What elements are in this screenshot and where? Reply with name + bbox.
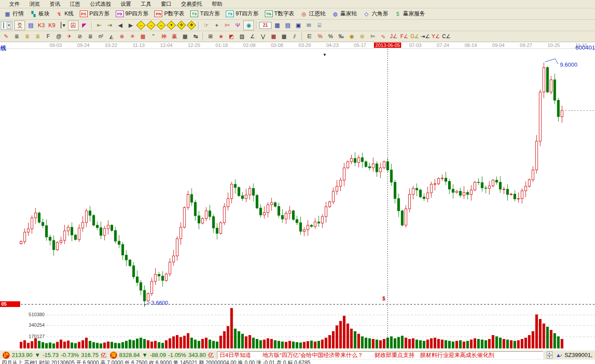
feature-gann-wheel[interactable]: ◎江恩轮 <box>300 10 326 18</box>
slashes-tool-icon[interactable]: ⫽ <box>290 32 299 41</box>
shade-tool-icon[interactable]: ▨ <box>237 32 247 41</box>
shen-tool-icon[interactable]: 神 <box>159 32 169 41</box>
pattern-red-icon[interactable]: 囚 <box>68 21 78 30</box>
feature-t-square[interactable]: TST四方形 <box>190 10 220 18</box>
target-tool-icon[interactable]: ⊕ <box>117 32 127 41</box>
rocket-tool-icon[interactable]: ✈ <box>64 32 74 41</box>
calculator-icon[interactable]: ▦ <box>272 21 282 30</box>
next-page-icon[interactable]: ▶ <box>126 21 135 30</box>
comb2-tool-icon[interactable]: ≣ <box>86 32 95 41</box>
news-ticker[interactable]: 日4日早知道 地方版“四万亿”会给中国经济带来什么？ 财政部重点支持 膜材料行业… <box>217 351 543 359</box>
pct-tool-icon[interactable]: % <box>326 32 335 41</box>
red-grid-tool-icon[interactable]: ▦ <box>138 32 148 41</box>
computer-icon[interactable]: ⌸ <box>314 21 324 30</box>
gold-comb2-icon[interactable]: ≣ <box>33 32 43 41</box>
spiral-tool-icon[interactable]: @ <box>54 32 64 41</box>
feature-blocks[interactable]: ▚板块 <box>30 10 50 18</box>
comb-tool-icon[interactable]: ≣ <box>12 32 21 41</box>
feature-p-table[interactable]: PNP数字表 <box>154 10 184 18</box>
menu-item-8[interactable]: 交易委托 <box>177 0 206 8</box>
menu-item-5[interactable]: 设置 <box>117 0 135 8</box>
window-tool-icon[interactable]: ⊞ <box>206 32 215 41</box>
fan2-tool-icon[interactable]: ◩ <box>227 32 236 41</box>
gold-comb-icon[interactable]: ≣ <box>22 32 32 41</box>
kline-9-icon[interactable]: K9 <box>47 21 57 30</box>
feature-winner-wheel[interactable]: ◍赢家轮 <box>331 10 357 18</box>
first-page-icon[interactable]: ⇤ <box>94 21 104 30</box>
angle-line-tool-icon[interactable]: ∠ <box>248 32 257 41</box>
kline-3-icon[interactable]: K3 <box>36 21 46 30</box>
feature-p-square[interactable]: PSP四方形 <box>80 10 110 18</box>
fan-tool-icon[interactable]: ⋇ <box>216 32 226 41</box>
kline-period-combo[interactable]: ⎮▾ <box>1 21 12 30</box>
menu-item-9[interactable]: 帮助 <box>208 0 226 8</box>
pct-red-tool-icon[interactable]: % <box>315 32 325 41</box>
f-angle-tool-icon[interactable]: F∠ <box>399 32 409 41</box>
calendar-icon[interactable]: 21 <box>259 22 271 29</box>
notes-icon[interactable]: ▤ <box>283 21 292 30</box>
ditto-tool-icon[interactable]: ʺ <box>149 32 158 41</box>
pan-right-icon[interactable]: → <box>146 21 156 30</box>
save-icon[interactable]: ▣ <box>293 21 303 30</box>
feature-quotes[interactable]: ▦行情 <box>4 10 24 18</box>
f-comb-icon[interactable]: F <box>43 32 53 41</box>
permille-tool-icon[interactable]: ‰ <box>336 32 346 41</box>
chart-region[interactable]: 09-0309-2410-2211-1312-0412-2501-1802-08… <box>0 42 595 350</box>
candle-style-combo-icon[interactable]: ⎮▾ <box>57 21 67 30</box>
chevron-down-icon[interactable]: ▾ <box>7 22 11 29</box>
menu-item-1[interactable]: 浏览 <box>25 0 44 8</box>
wave-tool-icon[interactable]: ∿ <box>378 32 388 41</box>
ruler-grid-icon[interactable]: ▦ <box>180 32 190 41</box>
jin-angle-tool-icon[interactable]: ⇥∠ <box>420 32 430 41</box>
brush-tool-icon[interactable]: ✎ <box>1 32 11 41</box>
menu-item-7[interactable]: 窗口 <box>157 0 175 8</box>
menu-item-3[interactable]: 江恩 <box>66 0 84 8</box>
ticker-spinner[interactable]: ▲ ▼ <box>547 351 552 359</box>
circle-clock-icon[interactable]: ⊘ <box>75 32 85 41</box>
hspan-tool-icon[interactable]: ↹ <box>191 32 200 41</box>
zoom-out-icon[interactable]: ✥ <box>187 21 196 30</box>
vee-tool-icon[interactable]: ⋁ <box>258 32 268 41</box>
zoom-in-icon[interactable]: ✣ <box>177 21 186 30</box>
ying-tool-icon[interactable]: 赢 <box>170 32 179 41</box>
spinner-down-icon[interactable]: ▼ <box>547 355 552 359</box>
dense-grid-tool-icon[interactable]: ▩ <box>279 32 289 41</box>
candlestick-chart-canvas[interactable]: 9.60003.6600 <box>0 42 595 350</box>
hand-tool-icon[interactable]: ☞ <box>201 21 211 30</box>
feature-9t-square[interactable]: T99T四方形 <box>226 10 258 18</box>
knife-tool-icon[interactable]: ✄ <box>368 32 378 41</box>
feature-t-table[interactable]: TNT数字表 <box>265 10 294 18</box>
color-histogram-icon[interactable]: ◤ <box>79 21 89 30</box>
chu-angle-tool-icon[interactable]: C∠ <box>442 32 451 41</box>
pan-left-icon[interactable]: ← <box>136 21 146 30</box>
gold-angle-tool-icon[interactable]: G∠ <box>410 32 420 41</box>
last-page-icon[interactable]: ⇥ <box>105 21 114 30</box>
pattern-window-icon[interactable]: 爻 <box>14 21 25 30</box>
feature-hexagon[interactable]: ◇六角形 <box>363 10 388 18</box>
menu-item-6[interactable]: 工具 <box>137 0 155 8</box>
j-angle-tool-icon[interactable]: J∠ <box>389 32 399 41</box>
brain-tool-icon[interactable]: ◉ <box>243 21 254 30</box>
gold-line-tool-icon[interactable]: ⊜ <box>357 32 367 41</box>
dark-grid-tool-icon[interactable]: ▦ <box>269 32 278 41</box>
expand-h-icon[interactable]: ↔ <box>157 21 166 30</box>
pennant-tool-icon[interactable]: ◭ <box>107 32 116 41</box>
star-tool-icon[interactable]: ✳ <box>128 32 137 41</box>
feature-kline[interactable]: ↯K线 <box>56 10 74 18</box>
mail-icon[interactable]: ✉ <box>304 21 314 30</box>
bars-tool-icon[interactable]: ⋿ <box>305 32 314 41</box>
menu-item-4[interactable]: 公式选股 <box>86 0 115 8</box>
gann-square-tool-icon[interactable]: Ψ <box>233 21 242 30</box>
ying-angle-tool-icon[interactable]: Y∠ <box>431 32 441 41</box>
spinner-up-icon[interactable]: ▲ <box>547 351 552 355</box>
menu-item-2[interactable]: 资讯 <box>46 0 64 8</box>
n2-tool-icon[interactable]: n² <box>96 32 106 41</box>
feature-winner-service[interactable]: $赢家服务 <box>394 10 425 18</box>
info-panel-icon[interactable]: ▤ <box>26 21 36 30</box>
feature-9p-square[interactable]: P99P四方形 <box>116 10 149 18</box>
scissors-tool-icon[interactable]: ✄ <box>222 21 232 30</box>
gold-circle-tool-icon[interactable]: ◉ <box>347 32 356 41</box>
prev-page-icon[interactable]: ◀ <box>115 21 125 30</box>
crosshair-tool-icon[interactable]: + <box>212 21 221 30</box>
menu-item-0[interactable]: 文件 <box>5 0 24 8</box>
